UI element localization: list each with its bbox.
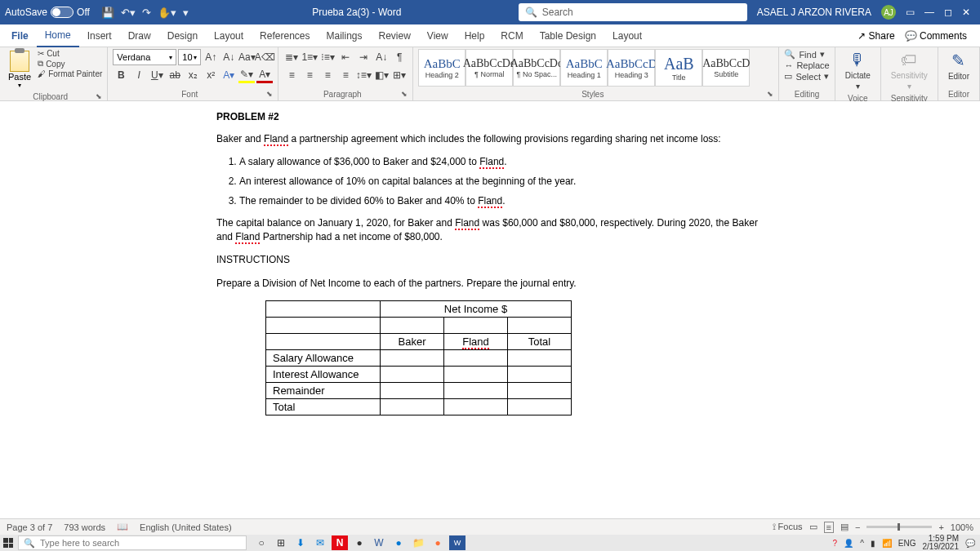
maximize-icon[interactable]: ◻ [944, 7, 952, 18]
change-case-icon[interactable]: Aa▾ [238, 49, 255, 65]
people-icon[interactable]: 👤 [844, 539, 853, 548]
numbering-icon[interactable]: 1≡▾ [301, 49, 318, 65]
customize-icon[interactable]: ▾ [183, 7, 189, 19]
sensitivity-button[interactable]: 🏷Sensitivity▾ [886, 49, 933, 92]
focus-button[interactable]: ⟟ Focus [773, 522, 803, 532]
replace-button[interactable]: ↔ Replace [784, 60, 829, 70]
tab-mailings[interactable]: Mailings [318, 24, 370, 47]
tab-rcm[interactable]: RCM [492, 24, 531, 47]
save-icon[interactable]: 💾 [101, 7, 114, 19]
tab-review[interactable]: Review [371, 24, 419, 47]
net-income-table[interactable]: Net Income $ BakerFlandTotal Salary Allo… [265, 300, 572, 415]
borders-icon[interactable]: ⊞▾ [391, 67, 408, 83]
tab-design[interactable]: Design [159, 24, 206, 47]
select-button[interactable]: ▭ Select ▾ [784, 71, 829, 82]
taskbar-search[interactable]: 🔍Type here to search [18, 535, 247, 550]
launcher-icon[interactable]: ⬊ [767, 90, 773, 98]
minimize-icon[interactable]: — [924, 7, 934, 18]
increase-indent-icon[interactable]: ⇥ [355, 49, 372, 65]
touch-mode-icon[interactable]: ✋▾ [158, 7, 176, 19]
increase-font-icon[interactable]: A↑ [203, 49, 219, 65]
app-icon[interactable]: ⬇ [292, 535, 309, 550]
align-center-icon[interactable]: ≡ [301, 67, 318, 83]
paste-button[interactable]: Paste ▾ [5, 49, 34, 91]
underline-button[interactable]: U▾ [149, 67, 165, 83]
style-item[interactable]: AaBbCcDd¶ Normal [466, 49, 513, 87]
line-spacing-icon[interactable]: ↕≡▾ [355, 67, 372, 83]
justify-icon[interactable]: ≡ [337, 67, 354, 83]
style-item[interactable]: AaBbCcDSubtitle [702, 49, 750, 87]
cut-button[interactable]: ✂Cut [38, 49, 102, 58]
multilevel-icon[interactable]: ⁝≡▾ [319, 49, 336, 65]
tab-table-layout[interactable]: Layout [604, 24, 650, 47]
word-running-icon[interactable]: W [449, 535, 466, 550]
sort-icon[interactable]: A↓ [373, 49, 390, 65]
spell-check-icon[interactable]: 📖 [117, 522, 128, 532]
notifications-icon[interactable]: 💬 [965, 539, 975, 548]
bullets-icon[interactable]: ≣▾ [283, 49, 300, 65]
read-mode-icon[interactable]: ▭ [809, 522, 817, 532]
italic-button[interactable]: I [131, 67, 147, 83]
close-icon[interactable]: ✕ [962, 7, 970, 18]
copy-button[interactable]: ⧉Copy [38, 59, 102, 69]
font-name-combo[interactable]: Verdana▾ [113, 49, 176, 65]
tab-help[interactable]: Help [457, 24, 493, 47]
tab-home[interactable]: Home [37, 24, 79, 47]
web-layout-icon[interactable]: ▤ [840, 522, 849, 532]
tab-table-design[interactable]: Table Design [532, 24, 604, 47]
explorer-icon[interactable]: 📁 [410, 535, 426, 550]
autosave-toggle[interactable]: AutoSave Off [0, 7, 95, 18]
undo-icon[interactable]: ↶▾ [121, 7, 136, 19]
word-icon[interactable]: W [371, 535, 387, 550]
style-item[interactable]: AaBTitle [655, 49, 702, 87]
style-item[interactable]: AaBbCHeading 2 [418, 49, 466, 87]
editor-button[interactable]: ✎Editor [943, 49, 974, 82]
share-button[interactable]: ↗ Share [858, 30, 894, 42]
firefox-icon[interactable]: ● [430, 535, 446, 550]
decrease-indent-icon[interactable]: ⇤ [337, 49, 354, 65]
launcher-icon[interactable]: ⬊ [401, 90, 408, 98]
strike-button[interactable]: ab [167, 67, 183, 83]
superscript-button[interactable]: x² [203, 67, 219, 83]
show-marks-icon[interactable]: ¶ [391, 49, 408, 65]
zoom-level[interactable]: 100% [951, 522, 973, 532]
style-item[interactable]: AaBbCHeading 1 [560, 49, 608, 87]
print-layout-icon[interactable]: ≡ [824, 522, 834, 533]
style-item[interactable]: AaBbCcDd¶ No Spac... [513, 49, 560, 87]
ribbon-display-icon[interactable]: ▭ [906, 7, 915, 18]
highlight-icon[interactable]: ✎▾ [238, 67, 255, 83]
task-view-icon[interactable]: ⊞ [273, 535, 289, 550]
tab-references[interactable]: References [252, 24, 318, 47]
find-button[interactable]: 🔍 Find ▾ [784, 49, 829, 60]
battery-icon[interactable]: ▮ [871, 539, 875, 548]
language-indicator[interactable]: English (United States) [140, 522, 232, 532]
tab-draw[interactable]: Draw [120, 24, 159, 47]
font-size-combo[interactable]: 10▾ [178, 49, 201, 65]
chrome-icon[interactable]: ● [351, 535, 368, 550]
document-area[interactable]: PROBLEM #2 Baker and Fland a partnership… [0, 101, 980, 518]
edge-icon[interactable]: ● [390, 535, 407, 550]
tab-file[interactable]: File [3, 24, 37, 47]
wifi-icon[interactable]: 📶 [882, 539, 892, 548]
tab-layout[interactable]: Layout [206, 24, 252, 47]
avatar[interactable]: AJ [881, 5, 896, 20]
clear-format-icon[interactable]: A⌫ [256, 49, 273, 65]
clock[interactable]: 1:59 PM2/19/2021 [923, 535, 960, 551]
align-left-icon[interactable]: ≡ [283, 67, 300, 83]
page-indicator[interactable]: Page 3 of 7 [7, 522, 52, 532]
subscript-button[interactable]: x₂ [185, 67, 201, 83]
start-button[interactable] [0, 535, 16, 551]
zoom-in-icon[interactable]: + [938, 522, 943, 532]
zoom-slider[interactable] [866, 526, 932, 528]
text-effects-icon[interactable]: A▾ [220, 67, 237, 83]
tab-view[interactable]: View [419, 24, 457, 47]
align-right-icon[interactable]: ≡ [319, 67, 336, 83]
mail-icon[interactable]: ✉ [312, 535, 328, 550]
tab-insert[interactable]: Insert [79, 24, 120, 47]
decrease-font-icon[interactable]: A↓ [220, 49, 237, 65]
tray-chevron-icon[interactable]: ^ [860, 539, 864, 548]
app-icon[interactable]: N [332, 535, 348, 550]
format-painter-button[interactable]: 🖌Format Painter [38, 69, 102, 78]
lang-indicator[interactable]: ENG [898, 539, 916, 548]
word-count[interactable]: 793 words [64, 522, 105, 532]
